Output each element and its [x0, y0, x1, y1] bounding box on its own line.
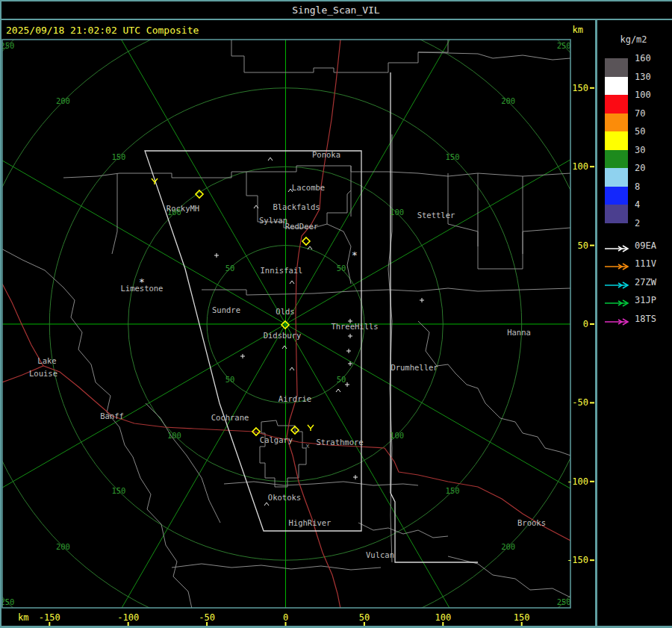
ring-distance-label: 150	[446, 486, 460, 495]
city-label: Vulcan	[366, 550, 394, 559]
legend-color-swatch	[605, 150, 628, 169]
x-axis-tick-label: -50	[199, 612, 215, 623]
track-id-label: 09EA	[635, 240, 656, 251]
y-axis-tick-label: -100	[567, 476, 588, 487]
legend-level-value: 160	[635, 53, 651, 63]
legend-color-swatch	[605, 205, 628, 223]
city-label: Okotoks	[268, 493, 301, 502]
y-axis-tick-label: 150	[572, 83, 588, 93]
track-id-label: 18TS	[635, 314, 656, 324]
ring-distance-label: 200	[501, 96, 515, 105]
legend-level-value: 2	[635, 218, 640, 228]
legend-level-value: 130	[635, 72, 651, 82]
legend-level-value: 100	[635, 90, 651, 100]
y-axis-tick-label: 50	[578, 240, 588, 251]
track-arrow-icon	[603, 317, 632, 326]
city-label: Strathmore	[316, 438, 363, 447]
x-axis-tick-label: 0	[283, 612, 288, 623]
x-axis-tick-label: -100	[117, 612, 139, 623]
ring-distance-label: 100	[167, 431, 181, 440]
legend-color-swatch	[605, 77, 628, 96]
city-label: Drumheller	[391, 363, 438, 372]
ring-distance-label: 50	[337, 375, 346, 384]
track-arrow-icon	[603, 244, 632, 253]
legend-unit-label: kg/m2	[597, 34, 670, 45]
legend-level-value: 20	[635, 163, 645, 173]
ring-distance-label: 150	[446, 152, 460, 161]
track-id-label: 111V	[635, 258, 656, 269]
asterisk-marker-icon: *	[352, 249, 358, 261]
x-marker-icon: x	[305, 442, 310, 450]
legend-level-value: 70	[635, 108, 645, 119]
legend-level-value: 50	[635, 126, 645, 137]
city-label: Lacombe	[292, 183, 325, 192]
city-label: Blackfalds	[273, 202, 320, 211]
city-label: Innisfail	[261, 266, 303, 275]
city-label: Didsbury	[264, 331, 302, 340]
y-axis-tick-label: -150	[567, 555, 588, 565]
radar-app-window: { "window": { "title": "Single_Scan_VIL"…	[0, 0, 672, 628]
ring-distance-label: 50	[225, 375, 235, 384]
city-label: Cochrane	[211, 413, 249, 422]
legend-color-swatch	[605, 114, 628, 132]
ring-distance-label: 100	[390, 431, 404, 440]
ring-distance-label: 200	[501, 542, 515, 551]
city-label: Olds	[276, 307, 294, 316]
city-label: Stettler	[417, 211, 455, 220]
city-label: Sylvan	[259, 216, 287, 225]
ring-distance-label: 50	[337, 264, 346, 273]
city-label: Hanna	[507, 328, 531, 337]
city-label: Banff	[100, 411, 124, 420]
ring-distance-label: 100	[390, 208, 404, 217]
city-label: Brooks	[517, 518, 546, 527]
city-label: RockyMH	[167, 204, 199, 213]
asterisk-marker-icon: *	[139, 276, 145, 287]
ring-distance-label: 250	[557, 597, 571, 606]
y-axis-tick-label: 0	[583, 319, 588, 329]
legend-level-value: 4	[635, 199, 640, 210]
ring-distance-label: 150	[111, 486, 125, 495]
legend-color-swatch	[605, 131, 628, 150]
x-axis-tick-label: -150	[39, 612, 60, 623]
legend-color-swatch	[605, 58, 628, 77]
radar-map-canvas[interactable]: 5050505010010010010015015015015020020020…	[0, 0, 672, 628]
ring-distance-label: 250	[557, 41, 571, 50]
city-label: Louise	[29, 369, 57, 378]
x-axis-tick-label: 100	[435, 612, 451, 623]
legend-color-swatch	[605, 95, 628, 114]
legend-level-value: 30	[635, 145, 645, 155]
y-axis-tick-label: 100	[572, 161, 588, 172]
ring-distance-label: 200	[56, 542, 70, 551]
legend-color-swatch	[605, 168, 628, 187]
city-label: Lake	[37, 356, 56, 365]
ring-distance-label: 150	[111, 152, 125, 161]
city-label: Airdrie	[279, 394, 311, 403]
x-axis-tick-label: 150	[514, 612, 530, 623]
city-label: RedDeer	[285, 222, 318, 231]
track-arrow-icon	[603, 262, 632, 271]
city-label: Ponoka	[312, 150, 340, 159]
city-label: Calgary	[260, 435, 293, 444]
track-arrow-icon	[603, 281, 632, 290]
city-label: Sundre	[212, 305, 240, 314]
track-id-label: 27ZW	[635, 277, 656, 287]
legend-color-swatch	[605, 187, 628, 205]
y-axis-tick-label: -50	[572, 397, 588, 408]
ring-distance-label: 50	[225, 264, 235, 273]
track-arrow-icon	[603, 299, 632, 308]
map-layers: 5050505010010010010015015015015020020020…	[0, 0, 672, 628]
legend-panel: kg/m2 1601301007050302084209EA111V27ZW31…	[597, 21, 672, 626]
city-label: ThreeHills	[331, 322, 378, 331]
legend-level-value: 8	[635, 181, 640, 192]
track-id-label: 31JP	[635, 295, 656, 305]
city-label: HighRiver	[289, 518, 332, 527]
ring-distance-label: 200	[56, 96, 70, 105]
x-axis-tick-label: 50	[359, 612, 370, 623]
